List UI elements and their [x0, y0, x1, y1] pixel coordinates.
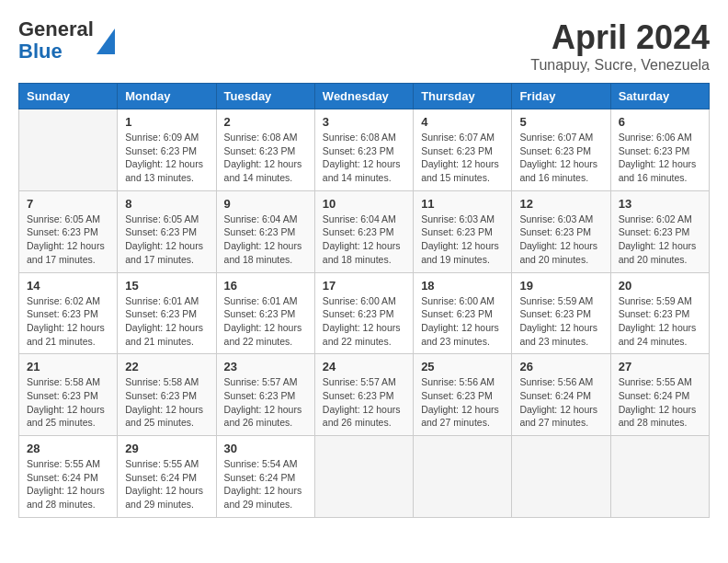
day-info: Sunrise: 6:04 AM Sunset: 6:23 PM Dayligh… — [224, 213, 307, 267]
week-row-4: 21Sunrise: 5:58 AM Sunset: 6:23 PM Dayli… — [19, 354, 710, 436]
day-number: 15 — [125, 279, 208, 293]
calendar-cell: 18Sunrise: 6:00 AM Sunset: 6:23 PM Dayli… — [414, 272, 512, 354]
day-number: 6 — [619, 115, 701, 129]
day-number: 18 — [421, 279, 504, 293]
calendar-cell: 1Sunrise: 6:09 AM Sunset: 6:23 PM Daylig… — [118, 109, 216, 191]
calendar-header: SundayMondayTuesdayWednesdayThursdayFrid… — [19, 84, 710, 109]
day-info: Sunrise: 6:02 AM Sunset: 6:23 PM Dayligh… — [619, 213, 701, 267]
day-number: 2 — [224, 115, 307, 129]
day-number: 13 — [619, 197, 701, 211]
day-number: 19 — [519, 279, 602, 293]
calendar-cell: 7Sunrise: 6:05 AM Sunset: 6:23 PM Daylig… — [19, 190, 118, 272]
day-number: 8 — [125, 197, 208, 211]
day-info: Sunrise: 5:58 AM Sunset: 6:23 PM Dayligh… — [125, 375, 208, 430]
calendar-cell: 21Sunrise: 5:58 AM Sunset: 6:23 PM Dayli… — [19, 354, 118, 436]
day-info: Sunrise: 5:57 AM Sunset: 6:23 PM Dayligh… — [323, 375, 405, 430]
day-info: Sunrise: 6:06 AM Sunset: 6:23 PM Dayligh… — [619, 131, 701, 185]
calendar-cell: 6Sunrise: 6:06 AM Sunset: 6:23 PM Daylig… — [610, 109, 709, 191]
day-number: 30 — [224, 442, 307, 455]
day-number: 12 — [519, 197, 602, 211]
calendar-cell: 23Sunrise: 5:57 AM Sunset: 6:23 PM Dayli… — [216, 354, 314, 436]
calendar-table: SundayMondayTuesdayWednesdayThursdayFrid… — [18, 83, 710, 518]
day-header-wednesday: Wednesday — [314, 84, 413, 109]
day-number: 20 — [619, 279, 701, 293]
day-info: Sunrise: 5:58 AM Sunset: 6:23 PM Dayligh… — [27, 375, 109, 430]
day-info: Sunrise: 6:09 AM Sunset: 6:23 PM Dayligh… — [125, 131, 208, 185]
day-number: 22 — [125, 360, 208, 373]
calendar-cell: 26Sunrise: 5:56 AM Sunset: 6:24 PM Dayli… — [512, 354, 610, 436]
day-info: Sunrise: 6:07 AM Sunset: 6:23 PM Dayligh… — [421, 131, 504, 185]
day-number: 4 — [421, 115, 504, 129]
day-info: Sunrise: 6:07 AM Sunset: 6:23 PM Dayligh… — [519, 131, 602, 185]
day-info: Sunrise: 5:55 AM Sunset: 6:24 PM Dayligh… — [619, 375, 701, 430]
title-block: April 2024 Tunapuy, Sucre, Venezuela — [530, 18, 710, 74]
calendar-cell: 2Sunrise: 6:08 AM Sunset: 6:23 PM Daylig… — [216, 109, 314, 191]
calendar-cell: 12Sunrise: 6:03 AM Sunset: 6:23 PM Dayli… — [512, 190, 610, 272]
day-number: 28 — [27, 442, 109, 455]
calendar-cell: 15Sunrise: 6:01 AM Sunset: 6:23 PM Dayli… — [118, 272, 216, 354]
day-info: Sunrise: 6:02 AM Sunset: 6:23 PM Dayligh… — [27, 294, 109, 349]
day-header-sunday: Sunday — [19, 84, 118, 109]
day-number: 29 — [125, 442, 208, 455]
calendar-cell — [610, 436, 709, 518]
day-info: Sunrise: 5:54 AM Sunset: 6:24 PM Dayligh… — [224, 457, 307, 511]
day-number: 23 — [224, 360, 307, 373]
calendar-cell: 29Sunrise: 5:55 AM Sunset: 6:24 PM Dayli… — [118, 436, 216, 518]
day-number: 27 — [619, 360, 701, 373]
day-number: 26 — [519, 360, 602, 373]
calendar-cell: 5Sunrise: 6:07 AM Sunset: 6:23 PM Daylig… — [512, 109, 610, 191]
calendar-cell — [19, 109, 118, 191]
calendar-cell: 16Sunrise: 6:01 AM Sunset: 6:23 PM Dayli… — [216, 272, 314, 354]
day-number: 10 — [323, 197, 405, 211]
day-header-thursday: Thursday — [414, 84, 512, 109]
day-info: Sunrise: 6:03 AM Sunset: 6:23 PM Dayligh… — [519, 213, 602, 267]
day-info: Sunrise: 5:55 AM Sunset: 6:24 PM Dayligh… — [27, 457, 109, 511]
calendar-cell: 28Sunrise: 5:55 AM Sunset: 6:24 PM Dayli… — [19, 436, 118, 518]
location-title: Tunapuy, Sucre, Venezuela — [530, 57, 710, 74]
day-number: 25 — [421, 360, 504, 373]
logo: General Blue — [18, 18, 115, 63]
calendar-cell: 11Sunrise: 6:03 AM Sunset: 6:23 PM Dayli… — [414, 190, 512, 272]
day-info: Sunrise: 5:55 AM Sunset: 6:24 PM Dayligh… — [125, 457, 208, 511]
day-info: Sunrise: 5:59 AM Sunset: 6:23 PM Dayligh… — [519, 294, 602, 349]
day-info: Sunrise: 6:01 AM Sunset: 6:23 PM Dayligh… — [224, 294, 307, 349]
calendar-cell: 3Sunrise: 6:08 AM Sunset: 6:23 PM Daylig… — [314, 109, 413, 191]
day-info: Sunrise: 5:59 AM Sunset: 6:23 PM Dayligh… — [619, 294, 701, 349]
day-info: Sunrise: 6:08 AM Sunset: 6:23 PM Dayligh… — [323, 131, 405, 185]
calendar-cell — [414, 436, 512, 518]
calendar-cell: 19Sunrise: 5:59 AM Sunset: 6:23 PM Dayli… — [512, 272, 610, 354]
calendar-cell: 17Sunrise: 6:00 AM Sunset: 6:23 PM Dayli… — [314, 272, 413, 354]
day-info: Sunrise: 6:08 AM Sunset: 6:23 PM Dayligh… — [224, 131, 307, 185]
logo-icon — [97, 29, 115, 54]
day-number: 1 — [125, 115, 208, 129]
week-row-1: 1Sunrise: 6:09 AM Sunset: 6:23 PM Daylig… — [19, 109, 710, 191]
day-info: Sunrise: 6:04 AM Sunset: 6:23 PM Dayligh… — [323, 213, 405, 267]
week-row-2: 7Sunrise: 6:05 AM Sunset: 6:23 PM Daylig… — [19, 190, 710, 272]
day-number: 21 — [27, 360, 109, 373]
day-info: Sunrise: 5:57 AM Sunset: 6:23 PM Dayligh… — [224, 375, 307, 430]
day-info: Sunrise: 6:00 AM Sunset: 6:23 PM Dayligh… — [421, 294, 504, 349]
week-row-3: 14Sunrise: 6:02 AM Sunset: 6:23 PM Dayli… — [19, 272, 710, 354]
day-header-monday: Monday — [118, 84, 216, 109]
day-number: 5 — [519, 115, 602, 129]
day-number: 3 — [323, 115, 405, 129]
day-info: Sunrise: 6:05 AM Sunset: 6:23 PM Dayligh… — [27, 213, 109, 267]
calendar-cell: 9Sunrise: 6:04 AM Sunset: 6:23 PM Daylig… — [216, 190, 314, 272]
calendar-cell: 14Sunrise: 6:02 AM Sunset: 6:23 PM Dayli… — [19, 272, 118, 354]
logo-text: General Blue — [18, 18, 94, 63]
week-row-5: 28Sunrise: 5:55 AM Sunset: 6:24 PM Dayli… — [19, 436, 710, 518]
calendar-cell: 25Sunrise: 5:56 AM Sunset: 6:23 PM Dayli… — [414, 354, 512, 436]
day-info: Sunrise: 6:00 AM Sunset: 6:23 PM Dayligh… — [323, 294, 405, 349]
day-number: 17 — [323, 279, 405, 293]
calendar-cell: 24Sunrise: 5:57 AM Sunset: 6:23 PM Dayli… — [314, 354, 413, 436]
day-info: Sunrise: 6:01 AM Sunset: 6:23 PM Dayligh… — [125, 294, 208, 349]
day-info: Sunrise: 6:03 AM Sunset: 6:23 PM Dayligh… — [421, 213, 504, 267]
calendar-cell — [314, 436, 413, 518]
day-number: 9 — [224, 197, 307, 211]
svg-marker-0 — [97, 29, 115, 54]
day-info: Sunrise: 5:56 AM Sunset: 6:24 PM Dayligh… — [519, 375, 602, 430]
day-info: Sunrise: 5:56 AM Sunset: 6:23 PM Dayligh… — [421, 375, 504, 430]
day-info: Sunrise: 6:05 AM Sunset: 6:23 PM Dayligh… — [125, 213, 208, 267]
calendar-cell: 22Sunrise: 5:58 AM Sunset: 6:23 PM Dayli… — [118, 354, 216, 436]
calendar-body: 1Sunrise: 6:09 AM Sunset: 6:23 PM Daylig… — [19, 109, 710, 518]
